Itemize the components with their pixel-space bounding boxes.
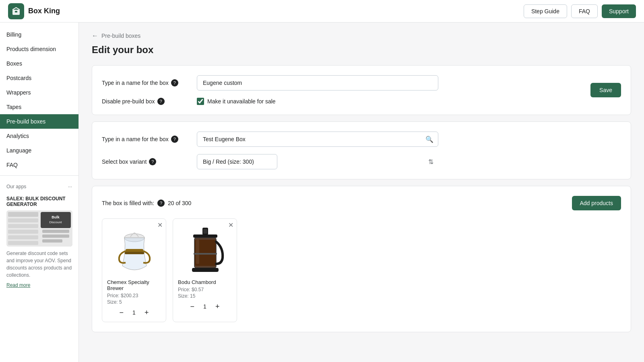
sidebar-item-pre-build-boxes[interactable]: Pre-build boxes [0,114,78,129]
svg-rect-20 [193,234,217,238]
sidebar-divider [0,175,78,176]
sidebar-label-language: Language [6,147,31,154]
product-card-chemex: ✕ [102,218,166,322]
bodu-decrease-button[interactable]: − [188,302,196,311]
more-icon[interactable]: ··· [68,184,72,189]
fill-count: 20 of 300 [168,200,191,206]
product-name-help-icon[interactable]: ? [171,136,178,143]
save-button[interactable]: Save [590,83,621,97]
variant-select[interactable]: Big / Red (size: 300) Small / Blue (size… [197,154,277,169]
app-promo-title: SALEX: BULK DISCOUNT GENERATOR [6,196,72,207]
read-more-link[interactable]: Read more [6,282,30,288]
disable-label: Disable pre-build box ? [102,98,190,105]
product-card-bodu: ✕ [173,218,237,322]
product-name-label: Type in a name for the box ? [102,136,190,143]
page-header: ← Pre-build boxes Edit your box Delete [92,32,631,56]
svg-rect-25 [194,253,217,255]
disable-row: Disable pre-build box ? Make it unavaila… [102,98,621,105]
app-title: Box King [28,7,60,15]
breadcrumb[interactable]: ← Pre-build boxes [92,32,631,39]
sidebar-label-analytics: Analytics [6,133,29,139]
chemex-increase-button[interactable]: + [143,308,151,317]
sidebar-item-wrappers[interactable]: Wrappers [0,85,78,100]
svg-rect-17 [125,252,144,254]
sidebar-label-pre-build-boxes: Pre-build boxes [6,118,45,125]
sidebar-label-tapes: Tapes [6,104,21,110]
sidebar-label-postcards: Postcards [6,75,31,81]
logo-icon [8,3,24,19]
chemex-name: Chemex Specialty Brewer [107,279,161,291]
svg-rect-5 [8,224,38,228]
bodu-size: Size: 15 [178,293,232,299]
product-name-input[interactable] [197,132,438,147]
bodu-name: Bodu Chambord [178,279,232,285]
sidebar-item-products-dimension[interactable]: Products dimension [0,42,78,56]
main-content: ← Pre-build boxes Edit your box Delete T… [79,23,644,362]
variant-row: Select box variant ? Big / Red (size: 30… [102,154,621,169]
sidebar-item-analytics[interactable]: Analytics [0,129,78,143]
svg-rect-6 [8,230,38,234]
variant-select-wrapper: Big / Red (size: 300) Small / Blue (size… [197,154,438,169]
sidebar-label-wrappers: Wrappers [6,89,31,96]
svg-rect-14 [42,239,62,243]
variant-help-icon[interactable]: ? [149,158,156,165]
svg-rect-7 [8,235,38,239]
checkbox-label: Make it unavailable for sale [207,98,276,105]
checkbox-row: Make it unavailable for sale [197,98,276,105]
sidebar-item-billing[interactable]: Billing [0,27,78,42]
support-button[interactable]: Support [602,4,636,18]
name-help-icon[interactable]: ? [171,79,178,86]
bodu-quantity-control: − 1 + [178,302,232,311]
app-header: Box King Step Guide FAQ Support [0,0,644,23]
chemex-quantity-control: − 1 + [107,308,161,317]
sidebar-item-tapes[interactable]: Tapes [0,100,78,114]
svg-rect-1 [15,11,17,12]
page-title: Edit your box [92,44,631,56]
app-promo: SALEX: BULK DISCOUNT GENERATOR Bulk Disc… [0,191,78,293]
svg-rect-4 [8,218,38,222]
disable-help-icon[interactable]: ? [157,98,165,105]
app-promo-description: Generate discount code sets and improve … [6,250,72,279]
box-name-input[interactable] [197,75,438,90]
products-help-icon[interactable]: ? [157,200,165,207]
our-apps-label: Our apps [6,184,26,189]
remove-chemex-button[interactable]: ✕ [157,222,163,228]
breadcrumb-link: Pre-build boxes [101,33,140,39]
step-guide-button[interactable]: Step Guide [524,4,567,18]
disable-checkbox[interactable] [197,98,204,105]
products-card: The box is filled with: ? 20 of 300 Add … [92,186,631,332]
product-name-input-wrapper: 🔍 [197,132,438,147]
svg-rect-23 [196,240,199,264]
svg-rect-3 [8,212,38,217]
chemex-quantity: 1 [130,309,138,316]
svg-rect-13 [42,234,69,238]
products-header: The box is filled with: ? 20 of 300 Add … [102,196,621,210]
sidebar-label-billing: Billing [6,31,21,38]
svg-text:Bulk: Bulk [52,215,60,219]
sidebar-item-postcards[interactable]: Postcards [0,71,78,85]
faq-header-button[interactable]: FAQ [571,4,598,18]
chemex-price: Price: $200.23 [107,293,161,298]
chemex-image [107,224,162,276]
bodu-increase-button[interactable]: + [214,302,221,311]
chemex-size: Size: 5 [107,299,161,305]
svg-rect-19 [203,229,207,234]
remove-bodu-button[interactable]: ✕ [228,222,233,228]
sidebar-item-faq[interactable]: FAQ [0,158,78,172]
svg-rect-24 [192,268,219,272]
sidebar-label-faq: FAQ [6,162,18,168]
sidebar-label-boxes: Boxes [6,60,22,67]
sidebar-label-products-dimension: Products dimension [6,46,56,52]
add-products-button[interactable]: Add products [572,196,621,210]
svg-rect-8 [8,241,38,245]
chemex-decrease-button[interactable]: − [118,308,125,317]
product-search-card: Type in a name for the box ? 🔍 Select bo… [92,121,631,179]
back-arrow-icon: ← [92,32,98,39]
sidebar: Billing Products dimension Boxes Postcar… [0,23,79,362]
sidebar-item-boxes[interactable]: Boxes [0,56,78,71]
bodu-image [178,224,233,276]
app-promo-image: Bulk Discount [6,210,72,247]
product-name-row: Type in a name for the box ? 🔍 [102,132,621,147]
sidebar-item-language[interactable]: Language [0,143,78,158]
variant-label: Select box variant ? [102,158,190,165]
